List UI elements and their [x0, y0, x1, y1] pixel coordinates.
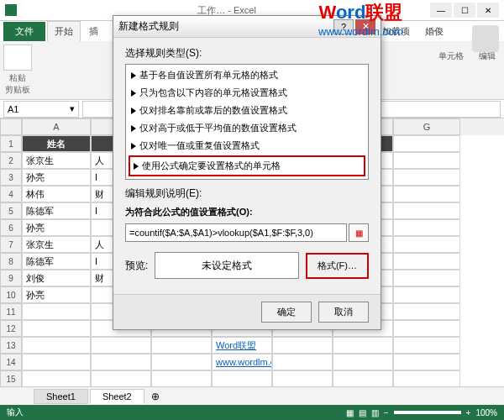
triangle-icon [134, 163, 139, 170]
minimize-button[interactable]: — [430, 3, 452, 18]
row-header[interactable]: 3 [0, 169, 22, 186]
tab-insert[interactable]: 插 [82, 22, 105, 41]
row-header[interactable]: 9 [0, 270, 22, 286]
row-header[interactable]: 8 [0, 253, 22, 270]
row-header[interactable]: 11 [0, 303, 22, 320]
rule-item[interactable]: 只为包含以下内容的单元格设置格式 [128, 84, 366, 102]
rule-type-list[interactable]: 基于各自值设置所有单元格的格式 只为包含以下内容的单元格设置格式 仅对排名靠前或… [125, 64, 369, 180]
row-header[interactable]: 1 [0, 135, 22, 152]
tab-home[interactable]: 开始 [47, 21, 81, 41]
rule-item-selected[interactable]: 使用公式确定要设置格式的单元格 [129, 155, 365, 176]
cell[interactable]: 孙亮 [22, 169, 91, 186]
ribbon-right-groups: 单元格 编辑 [438, 50, 496, 62]
file-tab[interactable]: 文件 [3, 22, 45, 41]
row-header[interactable]: 6 [0, 219, 22, 236]
row-header[interactable]: 13 [0, 337, 22, 354]
zoom-level[interactable]: 100% [475, 408, 497, 417]
cell[interactable]: 孙亮 [22, 219, 91, 236]
rule-item[interactable]: 仅对高于或低于平均值的数值设置格式 [128, 119, 366, 137]
formula-input[interactable]: =countif($A:$A,$A1)>vlookup($A1,$F:$F,3,… [125, 223, 347, 242]
link-cell[interactable]: www.wordlm.com [212, 354, 272, 370]
cell[interactable] [393, 286, 460, 303]
sheet-tab[interactable]: Sheet1 [34, 389, 88, 404]
dialog-title: 新建格式规则 [118, 19, 333, 34]
new-sheet-button[interactable]: ⊕ [146, 391, 165, 402]
row-header[interactable]: 2 [0, 152, 22, 169]
user-avatar[interactable] [472, 25, 499, 52]
preview-box: 未设定格式 [155, 252, 299, 279]
cell[interactable] [393, 253, 460, 270]
row-header[interactable]: 5 [0, 202, 22, 219]
cell[interactable] [393, 270, 460, 286]
view-layout-icon[interactable]: ▤ [359, 408, 366, 417]
editing-group[interactable]: 编辑 [479, 50, 496, 62]
triangle-icon [131, 125, 136, 132]
cell[interactable] [393, 236, 460, 253]
col-header[interactable]: G [393, 118, 460, 135]
cell[interactable] [393, 152, 460, 169]
row-header[interactable]: 14 [0, 354, 22, 370]
zoom-slider[interactable] [394, 411, 461, 414]
cell[interactable] [393, 186, 460, 202]
zoom-out[interactable]: − [384, 408, 389, 417]
cell[interactable]: 姓名 [22, 135, 91, 152]
maximize-button[interactable]: ☐ [454, 3, 475, 18]
clipboard-label: 剪贴板 [5, 84, 30, 96]
name-box[interactable]: A1▾ [3, 101, 79, 118]
row-header[interactable]: 4 [0, 186, 22, 202]
zoom-in[interactable]: + [466, 408, 471, 417]
cell[interactable]: 林伟 [22, 186, 91, 202]
select-rule-type-label: 选择规则类型(S): [125, 46, 369, 60]
range-picker-button[interactable]: ▦ [349, 223, 369, 242]
formula-label: 为符合此公式的值设置格式(O): [125, 206, 369, 218]
cell[interactable] [393, 169, 460, 186]
new-format-rule-dialog: 新建格式规则 ? ✕ 选择规则类型(S): 基于各自值设置所有单元格的格式 只为… [113, 15, 381, 330]
watermark: Word联盟 www.wordlm.com [318, 0, 403, 38]
row-header[interactable]: 10 [0, 286, 22, 303]
excel-icon [5, 4, 17, 16]
cell[interactable]: 孙亮 [22, 286, 91, 303]
row-header[interactable]: 15 [0, 370, 22, 387]
cell[interactable]: 陈德军 [22, 202, 91, 219]
rule-item[interactable]: 基于各自值设置所有单元格的格式 [128, 66, 366, 84]
sheet-tabs: Sheet1 Sheet2 ⊕ [0, 386, 504, 405]
sheet-tab-active[interactable]: Sheet2 [90, 389, 144, 404]
rule-item[interactable]: 仅对唯一值或重复值设置格式 [128, 137, 366, 155]
paste-button[interactable] [3, 45, 32, 71]
status-mode: 输入 [7, 407, 24, 418]
cell[interactable]: 张京生 [22, 152, 91, 169]
triangle-icon [131, 108, 136, 114]
view-normal-icon[interactable]: ▦ [346, 408, 354, 417]
triangle-icon [131, 72, 136, 79]
cell[interactable] [393, 202, 460, 219]
select-all-corner[interactable] [0, 118, 22, 135]
cell[interactable]: 陈德军 [22, 253, 91, 270]
ok-button[interactable]: 确定 [261, 302, 312, 323]
cancel-button[interactable]: 取消 [318, 302, 369, 323]
link-cell[interactable]: Word联盟 [212, 337, 272, 354]
cell[interactable]: 刘俊 [22, 270, 91, 286]
rule-item[interactable]: 仅对排名靠前或靠后的数值设置格式 [128, 102, 366, 119]
format-button[interactable]: 格式(F)… [306, 253, 369, 279]
preview-label: 预览: [125, 259, 148, 273]
close-button[interactable]: ✕ [477, 3, 499, 18]
cell[interactable] [393, 219, 460, 236]
row-header[interactable]: 7 [0, 236, 22, 253]
row-header[interactable]: 12 [0, 320, 22, 337]
cell[interactable]: 张京生 [22, 236, 91, 253]
paste-label: 粘贴 [9, 72, 26, 84]
triangle-icon [131, 90, 136, 97]
col-header[interactable]: A [22, 118, 91, 135]
triangle-icon [131, 143, 136, 150]
tab-custom[interactable]: 婚俊 [418, 22, 450, 41]
cell[interactable] [393, 135, 460, 152]
rule-desc-label: 编辑规则说明(E): [125, 186, 369, 201]
cells-group[interactable]: 单元格 [438, 50, 464, 62]
status-bar: 输入 ▦ ▤ ▥ − + 100% [0, 405, 504, 420]
view-break-icon[interactable]: ▥ [371, 408, 379, 417]
